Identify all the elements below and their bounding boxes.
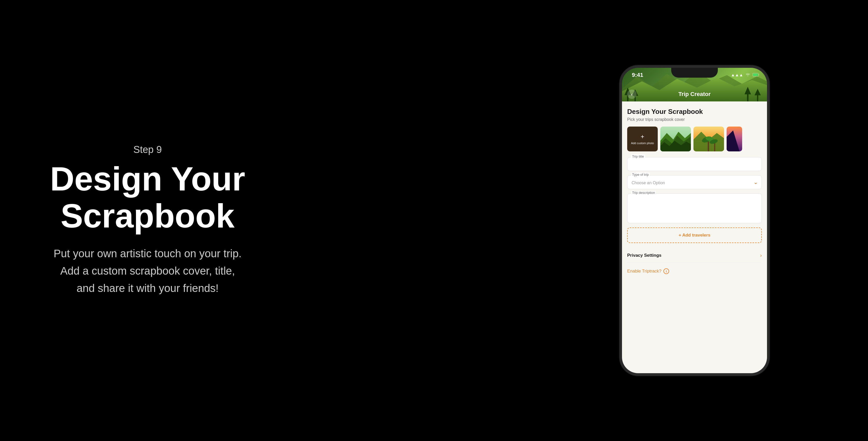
- phone-content: Design Your Scrapbook Pick your trips sc…: [622, 101, 767, 373]
- left-content: Step 9 Design Your Scrapbook Put your ow…: [31, 144, 264, 297]
- add-travelers-label: + Add travelers: [679, 233, 711, 238]
- privacy-settings-row[interactable]: Privacy Settings ›: [627, 248, 762, 263]
- wifi-icon: [745, 73, 750, 77]
- trip-description-field: Trip description: [627, 193, 762, 223]
- select-arrow-icon: ⌄: [753, 179, 758, 185]
- section-title: Design Your Scrapbook: [627, 108, 762, 116]
- step-label: Step 9: [31, 144, 264, 155]
- trip-title-input[interactable]: [627, 157, 762, 171]
- battery-icon: [752, 73, 760, 77]
- back-arrow-icon: ‹: [631, 91, 633, 97]
- add-photo-label: Add custom photo: [630, 141, 655, 145]
- plus-icon: +: [641, 133, 644, 140]
- back-button[interactable]: ‹: [627, 90, 637, 99]
- status-icons: ▲▲▲: [731, 73, 760, 77]
- notch: [671, 68, 718, 78]
- trip-title-label: Trip title: [631, 155, 645, 158]
- svg-rect-18: [708, 141, 709, 151]
- status-time: 9:41: [632, 72, 643, 78]
- trip-description-input[interactable]: [627, 194, 762, 222]
- subtitle: Put your own artistic touch on your trip…: [31, 245, 264, 297]
- trip-description-label: Trip description: [631, 191, 656, 195]
- cover-photo-mountains[interactable]: [660, 127, 691, 151]
- trip-type-select[interactable]: Choose an Option Adventure Leisure Busin…: [627, 175, 762, 189]
- add-travelers-button[interactable]: + Add travelers: [627, 228, 762, 243]
- cover-photos: + Add custom photo: [627, 127, 762, 151]
- header-title-bar: ‹ Trip Creator: [622, 87, 767, 101]
- cover-photo-tropical[interactable]: [693, 127, 724, 151]
- cover-photo-sunset[interactable]: [726, 127, 742, 151]
- signal-icon: ▲▲▲: [731, 73, 743, 77]
- trip-title-field: Trip title: [627, 157, 762, 171]
- section-subtitle: Pick your trips scrapbook cover: [627, 117, 762, 122]
- trip-type-label: Type of trip: [631, 173, 650, 176]
- info-icon-letter: i: [666, 269, 667, 273]
- phone-container: 9:41 ▲▲▲: [619, 65, 770, 376]
- header-title-text: Trip Creator: [678, 91, 711, 98]
- add-custom-photo-btn[interactable]: + Add custom photo: [627, 127, 658, 151]
- trip-type-field: Type of trip Choose an Option Adventure …: [627, 175, 762, 189]
- triptrack-info-icon[interactable]: i: [663, 268, 669, 274]
- phone-frame: 9:41 ▲▲▲: [619, 65, 770, 376]
- svg-rect-11: [753, 73, 758, 76]
- enable-triptrack-row[interactable]: Enable Triptrack? i: [627, 266, 762, 276]
- privacy-settings-label: Privacy Settings: [627, 253, 661, 258]
- main-title: Design Your Scrapbook: [31, 161, 264, 235]
- privacy-arrow-icon: ›: [760, 252, 762, 258]
- svg-rect-21: [714, 143, 715, 151]
- triptrack-label: Enable Triptrack?: [627, 269, 661, 274]
